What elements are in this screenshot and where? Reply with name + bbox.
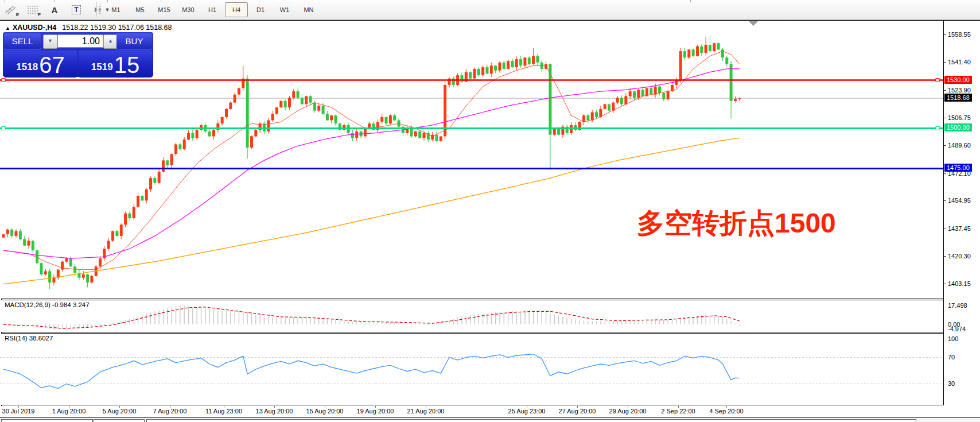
candle-body bbox=[225, 109, 228, 117]
timeframe-m1-button[interactable]: M1 bbox=[104, 2, 127, 17]
panel-separator[interactable] bbox=[1, 299, 944, 299]
ohlc-values: 1518.22 1519.30 1517.06 1518.68 bbox=[62, 24, 172, 32]
candle-body bbox=[730, 64, 733, 101]
macd-panel-chart[interactable] bbox=[0, 300, 943, 332]
ma-slow-line bbox=[3, 138, 740, 284]
candle-body bbox=[536, 56, 539, 63]
toolbar-drag-handle[interactable] bbox=[99, 5, 101, 15]
candle-body bbox=[330, 115, 333, 120]
timeframe-m30-button[interactable]: M30 bbox=[177, 2, 200, 17]
candle-body bbox=[393, 115, 396, 120]
time-axis-label: 30 Jul 2019 bbox=[2, 408, 35, 415]
time-axis[interactable]: 30 Jul 20191 Aug 20:005 Aug 20:007 Aug 2… bbox=[0, 406, 980, 417]
timeframe-d1-button[interactable]: D1 bbox=[249, 2, 272, 17]
candle-body bbox=[650, 88, 652, 95]
chart-title: ▲XAUUSD-,H41518.22 1519.30 1517.06 1518.… bbox=[5, 24, 172, 32]
chart-tab[interactable] bbox=[146, 419, 916, 422]
candle-body bbox=[662, 93, 665, 99]
candle-body bbox=[275, 107, 278, 114]
candle-body bbox=[511, 61, 514, 67]
candle-body bbox=[212, 130, 215, 136]
text-label-icon[interactable]: A bbox=[47, 3, 62, 16]
rsi-panel-chart[interactable] bbox=[0, 334, 943, 405]
timeframe-m5-button[interactable]: M5 bbox=[129, 2, 151, 17]
candle-body bbox=[61, 262, 64, 270]
current-price-badge: 1518.68 bbox=[944, 94, 972, 102]
hline-anchor[interactable] bbox=[936, 126, 939, 130]
candle-body bbox=[48, 271, 51, 282]
candle-body bbox=[431, 135, 434, 140]
candle-body bbox=[137, 196, 139, 207]
hline-anchor[interactable] bbox=[2, 79, 5, 82]
candle-body bbox=[519, 59, 522, 65]
time-axis-label: 11 Aug 23:00 bbox=[205, 408, 242, 415]
timeframe-h1-button[interactable]: H1 bbox=[201, 2, 224, 17]
candle-body bbox=[254, 130, 257, 136]
candle-body bbox=[608, 104, 610, 110]
candle-body bbox=[557, 128, 560, 134]
candle-body bbox=[322, 106, 325, 114]
trading-terminal: E F A T bbox=[0, 0, 980, 422]
candle-body bbox=[414, 131, 417, 136]
candle-body bbox=[675, 80, 678, 85]
time-axis-label: 19 Aug 20:00 bbox=[357, 408, 394, 415]
chart-tab[interactable] bbox=[1, 419, 93, 422]
timeframe-h4-button[interactable]: H4 bbox=[225, 2, 248, 17]
candle-body bbox=[616, 98, 619, 102]
time-axis-label: 27 Aug 20:00 bbox=[559, 408, 596, 415]
volume-input[interactable] bbox=[57, 34, 103, 48]
text-tool-icon[interactable]: T bbox=[69, 3, 84, 16]
panel-separator[interactable] bbox=[1, 332, 944, 332]
sell-price-box[interactable]: 151867 bbox=[4, 51, 77, 78]
candle-body bbox=[549, 64, 551, 135]
timeframe-m15-button[interactable]: M15 bbox=[153, 2, 176, 17]
candle-body bbox=[473, 69, 476, 79]
candle-body bbox=[629, 91, 632, 96]
candle-body bbox=[19, 231, 22, 239]
hline-anchor[interactable] bbox=[2, 126, 5, 130]
volume-increase-button[interactable]: ▲ bbox=[103, 34, 118, 49]
price-axis[interactable]: 1558.551541.401523.901506.751489.601472.… bbox=[944, 21, 980, 417]
buy-price-big: 15 bbox=[114, 54, 140, 76]
buy-price-box[interactable]: 151915 bbox=[79, 51, 152, 78]
sell-price-small: 1518 bbox=[16, 59, 38, 76]
chart-annotation-text[interactable]: 多空转折点1500 bbox=[637, 208, 836, 238]
level-price-badge: 1475.00 bbox=[944, 164, 972, 172]
time-axis-label: 13 Aug 20:00 bbox=[256, 408, 293, 415]
candle-body bbox=[490, 65, 493, 73]
candle-body bbox=[141, 196, 143, 200]
candle-body bbox=[111, 231, 114, 241]
time-axis-label: 7 Aug 20:00 bbox=[153, 408, 187, 415]
price-tick-label: 1506.75 bbox=[948, 114, 971, 121]
candle-body bbox=[52, 278, 55, 282]
sell-button[interactable]: SELL bbox=[4, 33, 41, 49]
candle-body bbox=[145, 189, 148, 201]
macd-signal-line bbox=[3, 307, 740, 328]
equidistant-channel-icon[interactable]: E bbox=[3, 3, 18, 16]
candle-body bbox=[158, 172, 161, 183]
candle-body bbox=[153, 178, 156, 183]
timeframe-w1-button[interactable]: W1 bbox=[273, 2, 296, 17]
chart-tab[interactable] bbox=[94, 419, 145, 422]
time-axis-label: 21 Aug 20:00 bbox=[407, 408, 445, 415]
candle-body bbox=[515, 59, 518, 67]
sell-price-big: 67 bbox=[39, 54, 65, 76]
timeframe-mn-button[interactable]: MN bbox=[297, 2, 320, 17]
hline-anchor[interactable] bbox=[936, 79, 939, 82]
candle-body bbox=[6, 230, 9, 234]
buy-button[interactable]: BUY bbox=[116, 33, 152, 49]
candle-body bbox=[221, 117, 224, 123]
fibonacci-icon[interactable]: F bbox=[25, 3, 40, 16]
macd-axis-label: 17.498 bbox=[948, 302, 967, 309]
volume-decrease-button[interactable]: ▼ bbox=[43, 34, 57, 49]
candle-body bbox=[389, 115, 392, 123]
price-tick-label: 1541.40 bbox=[948, 59, 971, 65]
time-axis-label: 5 Aug 20:00 bbox=[103, 408, 137, 415]
candle-body bbox=[734, 99, 737, 101]
candle-body bbox=[128, 214, 131, 218]
price-tick-label: 1523.90 bbox=[948, 87, 971, 94]
candle-body bbox=[23, 239, 26, 245]
candle-body bbox=[481, 67, 484, 75]
time-axis-label: 4 Sep 20:00 bbox=[709, 408, 743, 415]
candle-body bbox=[279, 101, 282, 107]
